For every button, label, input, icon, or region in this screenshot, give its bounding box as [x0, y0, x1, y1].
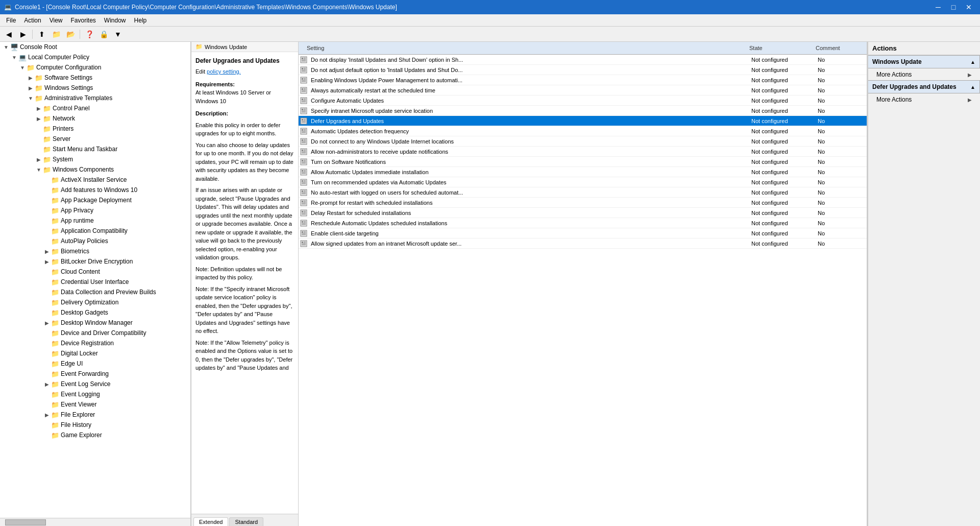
tree-item-administrative-templates[interactable]: ▼📁Administrative Templates — [0, 93, 190, 103]
expander-console-root[interactable]: ▼ — [2, 43, 10, 51]
tree-item-event-forwarding[interactable]: 📁Event Forwarding — [0, 369, 190, 379]
restore-button[interactable]: □ — [946, 2, 961, 12]
expander-local-computer-policy[interactable]: ▼ — [10, 53, 18, 61]
tree-item-activex-installer[interactable]: 📁ActiveX Installer Service — [0, 175, 190, 185]
tree-item-device-registration[interactable]: 📁Device Registration — [0, 338, 190, 348]
tree-item-game-explorer[interactable]: 📁Game Explorer — [0, 430, 190, 440]
horizontal-scrollbar[interactable] — [0, 518, 190, 526]
tree-item-app-package[interactable]: 📁App Package Deployment — [0, 195, 190, 205]
tree-item-autoplay[interactable]: 📁AutoPlay Policies — [0, 236, 190, 246]
tree-item-data-collection[interactable]: 📁Data Collection and Preview Builds — [0, 287, 190, 297]
expander-control-panel[interactable]: ▶ — [35, 104, 43, 112]
tree-item-desktop-gadgets[interactable]: 📁Desktop Gadgets — [0, 307, 190, 318]
actions-section-header-0[interactable]: Windows Update▲ — [868, 55, 980, 68]
expander-system[interactable]: ▶ — [35, 155, 43, 163]
menu-item-file[interactable]: File — [2, 16, 20, 25]
close-button[interactable]: ✕ — [962, 2, 976, 12]
tree-item-local-computer-policy[interactable]: ▼💻Local Computer Policy — [0, 52, 190, 62]
settings-row[interactable]: Reschedule Automatic Updates scheduled i… — [299, 218, 867, 228]
settings-row[interactable]: Defer Upgrades and UpdatesNot configured… — [299, 116, 867, 126]
actions-section-header-1[interactable]: Defer Upgrades and Updates▲ — [868, 80, 980, 93]
tree-item-printers[interactable]: 📁Printers — [0, 124, 190, 134]
tab-extended[interactable]: Extended — [193, 517, 228, 526]
policy-setting-link[interactable]: policy setting. — [207, 68, 241, 75]
minimize-button[interactable]: ─ — [931, 2, 945, 12]
expander-event-log-service[interactable]: ▶ — [43, 380, 51, 388]
expander-file-explorer[interactable]: ▶ — [43, 411, 51, 419]
tree-item-start-menu-taskbar[interactable]: 📁Start Menu and Taskbar — [0, 144, 190, 154]
expander-software-settings[interactable]: ▶ — [27, 74, 35, 82]
filter-button[interactable]: ▼ — [111, 28, 125, 40]
tree-item-control-panel[interactable]: ▶📁Control Panel — [0, 103, 190, 113]
tree-item-file-explorer[interactable]: ▶📁File Explorer — [0, 410, 190, 420]
settings-row[interactable]: Do not connect to any Windows Update Int… — [299, 136, 867, 147]
help-button[interactable]: ❓ — [83, 28, 96, 40]
settings-row[interactable]: Automatic Updates detection frequencyNot… — [299, 126, 867, 136]
settings-row[interactable]: Turn on Software NotificationsNot config… — [299, 157, 867, 167]
tab-standard[interactable]: Standard — [229, 517, 263, 526]
tree-item-windows-settings[interactable]: ▶📁Windows Settings — [0, 83, 190, 93]
back-button[interactable]: ◀ — [2, 28, 15, 40]
menu-item-window[interactable]: Window — [100, 16, 130, 25]
expander-windows-settings[interactable]: ▶ — [27, 84, 35, 92]
tree-item-add-features[interactable]: 📁Add features to Windows 10 — [0, 185, 190, 195]
tree-item-app-runtime[interactable]: 📁App runtime — [0, 216, 190, 226]
tree-item-network[interactable]: ▶📁Network — [0, 113, 190, 124]
expander-computer-configuration[interactable]: ▼ — [18, 63, 27, 71]
tree-item-server[interactable]: 📁Server — [0, 134, 190, 144]
settings-row[interactable]: Do not display 'Install Updates and Shut… — [299, 55, 867, 65]
menu-item-favorites[interactable]: Favorites — [67, 16, 100, 25]
tree-item-software-settings[interactable]: ▶📁Software Settings — [0, 73, 190, 83]
scrollbar-thumb[interactable] — [5, 519, 46, 525]
tree-item-event-viewer[interactable]: 📁Event Viewer — [0, 399, 190, 410]
settings-row[interactable]: Turn on recommended updates via Automati… — [299, 177, 867, 187]
expander-bitlocker[interactable]: ▶ — [43, 257, 51, 266]
tree-item-windows-components[interactable]: ▼📁Windows Components — [0, 164, 190, 175]
settings-row[interactable]: Enabling Windows Update Power Management… — [299, 75, 867, 85]
settings-row[interactable]: Always automatically restart at the sche… — [299, 85, 867, 95]
tree-item-event-log-service[interactable]: ▶📁Event Log Service — [0, 379, 190, 389]
folder-button[interactable]: 📂 — [64, 28, 77, 40]
expander-windows-components[interactable]: ▼ — [35, 165, 43, 174]
settings-row[interactable]: Allow signed updates from an intranet Mi… — [299, 238, 867, 249]
up-button[interactable]: ⬆ — [35, 28, 48, 40]
expander-biometrics[interactable]: ▶ — [43, 247, 51, 255]
expander-network[interactable]: ▶ — [35, 114, 43, 123]
actions-item-0-0[interactable]: More Actions▶ — [868, 69, 980, 80]
tree-item-console-root[interactable]: ▼🖥️Console Root — [0, 42, 190, 52]
tree-item-cloud-content[interactable]: 📁Cloud Content — [0, 267, 190, 277]
tree-item-credential-ui[interactable]: 📁Credential User Interface — [0, 277, 190, 287]
tree-item-bitlocker[interactable]: ▶📁BitLocker Drive Encryption — [0, 256, 190, 267]
expander-administrative-templates[interactable]: ▼ — [27, 94, 35, 102]
tree-item-event-logging[interactable]: 📁Event Logging — [0, 389, 190, 399]
settings-row[interactable]: Delay Restart for scheduled installation… — [299, 208, 867, 218]
tree-item-delivery-opt[interactable]: 📁Delivery Optimization — [0, 297, 190, 307]
col-comment[interactable]: Comment — [812, 44, 863, 52]
tree-item-file-history[interactable]: 📁File History — [0, 420, 190, 430]
tree-item-biometrics[interactable]: ▶📁Biometrics — [0, 246, 190, 256]
actions-item-1-0[interactable]: More Actions▶ — [868, 94, 980, 105]
tree-item-app-privacy[interactable]: 📁App Privacy — [0, 205, 190, 216]
col-state[interactable]: State — [745, 44, 812, 52]
tree-item-device-driver[interactable]: 📁Device and Driver Compatibility — [0, 328, 190, 338]
forward-button[interactable]: ▶ — [16, 28, 30, 40]
tree-item-computer-configuration[interactable]: ▼📁Computer Configuration — [0, 62, 190, 73]
tree-item-digital-locker[interactable]: 📁Digital Locker — [0, 348, 190, 358]
settings-row[interactable]: Re-prompt for restart with scheduled ins… — [299, 198, 867, 208]
settings-row[interactable]: Allow non-administrators to receive upda… — [299, 147, 867, 157]
settings-row[interactable]: Allow Automatic Updates immediate instal… — [299, 167, 867, 177]
menu-item-action[interactable]: Action — [20, 16, 45, 25]
col-setting[interactable]: Setting — [303, 44, 745, 52]
settings-row[interactable]: Specify intranet Microsoft update servic… — [299, 106, 867, 116]
expander-desktop-window[interactable]: ▶ — [43, 319, 51, 327]
tree-item-application-compat[interactable]: 📁Application Compatibility — [0, 226, 190, 236]
menu-item-help[interactable]: Help — [130, 16, 151, 25]
tree-item-desktop-window[interactable]: ▶📁Desktop Window Manager — [0, 318, 190, 328]
settings-row[interactable]: Configure Automatic UpdatesNot configure… — [299, 95, 867, 106]
settings-row[interactable]: No auto-restart with logged on users for… — [299, 187, 867, 198]
show-hide-button[interactable]: 📁 — [50, 28, 63, 40]
tree-item-system[interactable]: ▶📁System — [0, 154, 190, 164]
tree-item-edge-ui[interactable]: 📁Edge UI — [0, 358, 190, 369]
lock-button[interactable]: 🔒 — [97, 28, 110, 40]
menu-item-view[interactable]: View — [45, 16, 67, 25]
